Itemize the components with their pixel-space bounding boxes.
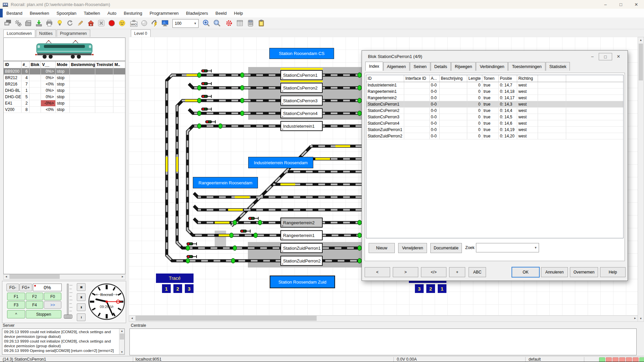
table-row[interactable]: StationCsPerron20-00true0: 14,4west xyxy=(366,108,623,114)
overnemen-button[interactable]: Overnemen xyxy=(570,267,598,277)
menu-bestand[interactable]: Bestand xyxy=(3,9,26,17)
fg-minus-button[interactable]: FG- xyxy=(6,284,19,291)
f3-button[interactable]: F3 xyxy=(7,301,25,309)
dialog-block-rows[interactable]: Industrieterrein10-00true0: 14,7westRang… xyxy=(366,82,623,139)
tab-programmeren[interactable]: Programmeren xyxy=(57,29,90,37)
trace-left-2[interactable]: 2 xyxy=(173,284,182,293)
zoek-combobox[interactable]: ▼ xyxy=(476,243,539,252)
table-row[interactable]: DHG-GE50%>stop xyxy=(4,94,125,100)
trace-right-1[interactable]: 1 xyxy=(438,284,446,293)
col-interface-id[interactable]: Interface ID xyxy=(404,75,429,82)
dialog-tab-rijwegen[interactable]: Rijwegen xyxy=(451,62,476,71)
block-station-cs-perron3[interactable]: StationCsPerron3+ xyxy=(280,96,323,106)
col-m[interactable]: M.. xyxy=(113,61,125,68)
col-num[interactable]: #_ xyxy=(21,61,29,68)
wio-icon[interactable]: WiO xyxy=(129,18,139,28)
table-row[interactable]: BB920060%>stop xyxy=(4,68,125,75)
table-row[interactable]: StationCsPerron30-00true0: 14,5west xyxy=(366,114,623,120)
table-row[interactable]: Industrieterrein10-00true0: 14,7west xyxy=(366,82,623,88)
menu-tabellen[interactable]: Tabellen xyxy=(80,9,104,17)
locomotive-rows[interactable]: BB920060%>stopBR21240%>stopBR2167<0%stop… xyxy=(4,68,125,113)
verwijderen-button[interactable]: Verwijderen xyxy=(398,243,427,253)
step-4-button[interactable]: IIII xyxy=(77,283,86,291)
col-blok[interactable]: Blok xyxy=(29,61,41,68)
block-station-zuid-perron1[interactable]: StationZuidPerron1+ xyxy=(280,243,323,253)
clipboard-icon[interactable] xyxy=(256,18,266,28)
xml-button[interactable]: </> xyxy=(421,267,446,277)
scroll-up-icon[interactable]: ▲ xyxy=(119,329,124,333)
menu-spoorplan[interactable]: Spoorplan xyxy=(53,9,80,17)
scroll-down-icon[interactable]: ▼ xyxy=(638,316,644,321)
col-mode[interactable]: Mode xyxy=(55,61,69,68)
dialog-close-button[interactable]: ✕ xyxy=(612,52,625,61)
f0-button[interactable]: F0 xyxy=(44,293,61,300)
zoom-level-combobox[interactable]: 100 ▼ xyxy=(172,19,199,28)
scroll-thumb[interactable] xyxy=(120,334,124,340)
edit-icon[interactable] xyxy=(75,18,86,28)
table-row[interactable]: E412-0%>stop xyxy=(4,100,125,107)
block-rangeerterrein1[interactable]: Rangeerterrein1+ xyxy=(280,230,323,240)
power-icon[interactable] xyxy=(150,18,160,28)
folder-icon[interactable] xyxy=(23,18,34,28)
dialog-tab-seinen[interactable]: Seinen xyxy=(410,62,430,71)
dialog-title-bar[interactable]: Blok StationCsPerron1 (4/9) – □ ✕ xyxy=(362,51,628,62)
stop-icon[interactable] xyxy=(107,18,117,28)
block-station-cs-perron1[interactable]: StationCsPerron1+ xyxy=(280,70,323,80)
block-rangeerterrein2[interactable]: Rangeerterrein2+ xyxy=(280,218,323,228)
col-tonen[interactable]: Tonen xyxy=(482,75,498,82)
plan-hscrollbar[interactable]: ◄ ► xyxy=(129,315,638,322)
station-zuid-label[interactable]: Station Roosendam Zuid xyxy=(270,276,335,288)
nieuw-button[interactable]: Nieuw xyxy=(369,243,395,253)
orb-icon[interactable] xyxy=(139,18,149,28)
f4-button[interactable]: F4 xyxy=(26,301,43,309)
col-a[interactable]: A... xyxy=(429,75,439,82)
accessory-icon[interactable] xyxy=(224,18,234,28)
dialog-tab-algemeen[interactable]: Algemeen xyxy=(383,62,410,71)
col-treinstel[interactable]: Treinstel xyxy=(95,61,113,68)
plus-button[interactable]: + xyxy=(449,267,465,277)
station-cs-label[interactable]: Station Roosendam CS xyxy=(269,48,334,59)
table-row[interactable]: V2008<0%stop xyxy=(4,107,125,113)
step-2-button[interactable]: II xyxy=(77,303,86,311)
table-icon[interactable] xyxy=(235,18,245,28)
maximize-button[interactable]: □ xyxy=(613,0,629,9)
menu-bewerken[interactable]: Bewerken xyxy=(26,9,53,17)
rangeerterrein-label[interactable]: Rangeerterrein Roosendam xyxy=(193,177,258,188)
tab-level-0[interactable]: Level 0 xyxy=(131,29,151,37)
loco-table-hscrollbar[interactable]: ◄ ► xyxy=(3,274,125,280)
calculator-icon[interactable] xyxy=(246,18,256,28)
close-icon[interactable] xyxy=(96,18,106,28)
col-beschrijving[interactable]: Beschrijving xyxy=(439,75,467,82)
scroll-down-icon[interactable]: ▼ xyxy=(119,350,124,354)
trace-left-1[interactable]: 1 xyxy=(162,284,171,293)
annuleren-button[interactable]: Annuleren xyxy=(541,267,568,277)
help-button[interactable]: Help xyxy=(600,267,626,277)
fg-plus-button[interactable]: FG+ xyxy=(19,284,32,291)
table-row[interactable]: BR21240%>stop xyxy=(4,75,125,81)
workspace-icon[interactable] xyxy=(3,18,13,28)
scroll-left-icon[interactable]: ◄ xyxy=(129,316,135,321)
block-properties-dialog[interactable]: Blok StationCsPerron1 (4/9) – □ ✕ Index … xyxy=(362,50,628,281)
dialog-maximize-button[interactable]: □ xyxy=(599,53,612,60)
table-row[interactable]: BR2167<0%stop xyxy=(4,81,125,87)
next-button[interactable]: > xyxy=(393,267,418,277)
centrale-box[interactable] xyxy=(129,328,637,355)
trace-right-3[interactable]: 3 xyxy=(415,284,424,293)
dialog-tab-verbindingen[interactable]: Verbindingen xyxy=(476,62,508,71)
f1-button[interactable]: F1 xyxy=(7,293,25,300)
col-id[interactable]: ID xyxy=(4,61,21,68)
menu-bladwijzers[interactable]: Bladwijzers xyxy=(182,9,212,17)
monitor-icon[interactable] xyxy=(160,18,170,28)
zoom-in-icon[interactable] xyxy=(201,18,211,28)
table-row[interactable]: Rangeerterrein10-00true0: 14,18west xyxy=(366,88,623,95)
lamp-icon[interactable] xyxy=(55,18,65,28)
step-3-button[interactable]: III xyxy=(77,293,86,301)
gears-icon[interactable] xyxy=(13,18,23,28)
table-row[interactable]: StationCsPerron10-00true0: 14,3west xyxy=(366,101,623,108)
block-station-zuid-perron2[interactable]: StationZuidPerron2+ xyxy=(280,256,323,266)
home-icon[interactable] xyxy=(86,18,96,28)
save-icon[interactable] xyxy=(34,18,44,28)
dialog-tab-index[interactable]: Index xyxy=(365,62,383,71)
direction-button[interactable]: ^ xyxy=(7,310,25,318)
abc-button[interactable]: ABC xyxy=(469,267,486,277)
